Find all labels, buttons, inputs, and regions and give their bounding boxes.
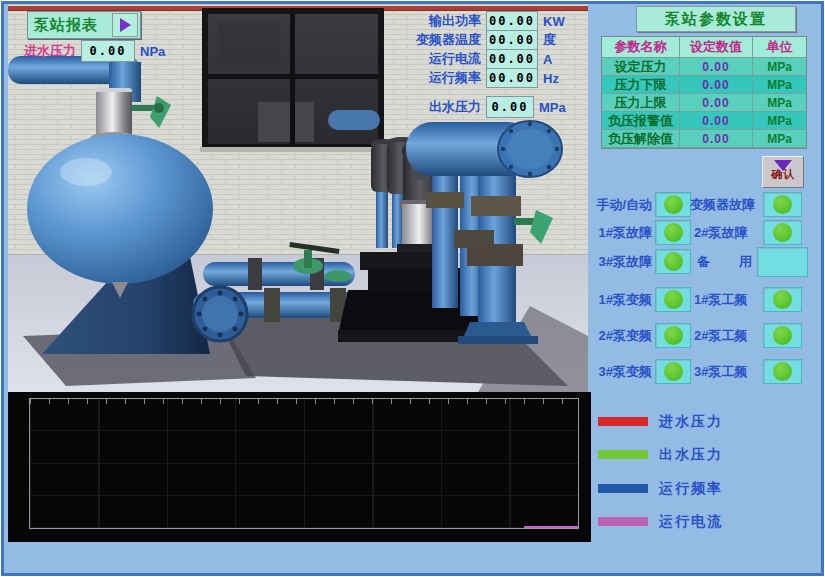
settings-panel-title: 泵站参数设置: [636, 6, 796, 32]
table-row: 压力下限 0.00 MPa: [602, 76, 806, 94]
status-label-pump2-vfd: 2#泵变频: [580, 327, 652, 345]
pressure-tank: [27, 134, 213, 284]
status-lamp-spare: [757, 247, 808, 277]
output-power-field: 输出功率 00.00 KW: [406, 11, 565, 31]
status-lamp-inverter-fault: [763, 192, 802, 217]
status-lamp-pump1-fault: [655, 220, 691, 245]
confirm-button-label: 确认: [771, 167, 795, 182]
legend-swatch-run-current: [598, 517, 648, 526]
param-name: 负压解除值: [602, 130, 680, 148]
param-name: 压力上限: [602, 94, 680, 112]
param-name: 压力下限: [602, 76, 680, 94]
lamp-icon: [664, 252, 683, 271]
table-row: 设定压力 0.00 MPa: [602, 58, 806, 76]
outlet-pressure-unit: MPa: [539, 100, 566, 115]
run-current-unit: A: [543, 52, 552, 67]
run-current-field: 运行电流 00.00 A: [406, 49, 552, 69]
status-lamp-pump2-fault: [763, 220, 802, 245]
output-power-label: 输出功率: [406, 12, 481, 30]
col-unit: 单位: [753, 37, 806, 58]
legend-label-run-current: 运行电流: [659, 513, 723, 531]
status-lamp-pump3-vfd: [655, 359, 691, 384]
run-frequency-label: 运行频率: [406, 69, 481, 87]
run-frequency-field: 运行频率 00.00 Hz: [406, 68, 559, 88]
lamp-icon: [773, 326, 792, 345]
inlet-pressure-unit: NPa: [140, 44, 165, 59]
param-value[interactable]: 0.00: [680, 76, 753, 94]
legend-label-inlet-pressure: 进水压力: [659, 413, 723, 431]
col-set-value: 设定数值: [680, 37, 753, 58]
status-label-pump3-mains: 3#泵工频: [694, 363, 766, 381]
inverter-temp-unit: 度: [543, 31, 556, 49]
output-power-value: 00.00: [486, 11, 538, 31]
status-label-pump3-vfd: 3#泵变频: [580, 363, 652, 381]
inverter-temp-label: 变频器温度: [406, 31, 481, 49]
trend-plot-area: [29, 398, 579, 529]
param-value[interactable]: 0.00: [680, 130, 753, 148]
status-lamp-pump1-mains: [763, 287, 802, 312]
status-lamp-manual-auto: [655, 192, 691, 217]
param-unit: MPa: [753, 112, 806, 130]
inverter-temp-value: 00.00: [486, 30, 538, 50]
status-lamp-pump1-vfd: [655, 287, 691, 312]
status-lamp-pump2-mains: [763, 323, 802, 348]
param-value[interactable]: 0.00: [680, 94, 753, 112]
param-unit: MPa: [753, 94, 806, 112]
status-label-pump1-mains: 1#泵工频: [694, 291, 766, 309]
param-unit: MPa: [753, 130, 806, 148]
run-current-value: 00.00: [486, 49, 538, 69]
output-power-unit: KW: [543, 14, 565, 29]
status-lamp-pump3-fault: [655, 249, 691, 274]
inverter-temp-field: 变频器温度 00.00 度: [406, 30, 556, 50]
status-lamp-pump3-mains: [763, 359, 802, 384]
legend-swatch-run-frequency: [598, 484, 648, 493]
window: [200, 8, 386, 152]
inlet-pressure-field: 进水压力 0.00 NPa: [22, 40, 165, 62]
run-frequency-value: 00.00: [486, 68, 538, 88]
col-param-name: 参数名称: [602, 37, 680, 58]
param-name: 设定压力: [602, 58, 680, 76]
report-button-label: 泵站报表: [28, 16, 112, 35]
status-label-pump2-mains: 2#泵工频: [694, 327, 766, 345]
legend-label-outlet-pressure: 出水压力: [659, 446, 723, 464]
report-button[interactable]: 泵站报表: [27, 11, 141, 39]
param-unit: MPa: [753, 76, 806, 94]
param-value[interactable]: 0.00: [680, 58, 753, 76]
param-name: 负压报警值: [602, 112, 680, 130]
lamp-icon: [773, 290, 792, 309]
lamp-icon: [664, 326, 683, 345]
outlet-pressure-value: 0.00: [486, 96, 534, 118]
run-current-label: 运行电流: [406, 50, 481, 68]
status-label-manual-auto: 手动/自动: [580, 196, 652, 214]
lamp-icon: [664, 290, 683, 309]
table-row: 压力上限 0.00 MPa: [602, 94, 806, 112]
trend-chart: [8, 392, 591, 542]
param-unit: MPa: [753, 58, 806, 76]
table-row: 负压报警值 0.00 MPa: [602, 112, 806, 130]
lamp-icon: [773, 223, 792, 242]
play-icon[interactable]: [112, 13, 138, 37]
settings-table-header: 参数名称 设定数值 单位: [602, 37, 806, 58]
hmi-pump-station-screen: 泵站报表 进水压力 0.00 NPa 输出功率 00.00 KW 变频器温度 0…: [0, 0, 825, 577]
legend-swatch-outlet-pressure: [598, 450, 648, 459]
outlet-pressure-label: 出水压力: [406, 98, 481, 116]
status-lamp-pump2-vfd: [655, 323, 691, 348]
lamp-icon: [664, 195, 683, 214]
param-value[interactable]: 0.00: [680, 112, 753, 130]
settings-table: 参数名称 设定数值 单位 设定压力 0.00 MPa 压力下限 0.00 MPa…: [601, 36, 807, 149]
inlet-pressure-label: 进水压力: [22, 42, 76, 60]
lamp-icon: [664, 362, 683, 381]
table-row: 负压解除值 0.00 MPa: [602, 130, 806, 148]
status-label-pump2-fault: 2#泵故障: [694, 224, 766, 242]
plot-ticks: [30, 399, 578, 404]
legend-label-run-frequency: 运行频率: [659, 480, 723, 498]
lamp-icon: [773, 362, 792, 381]
status-label-pump3-fault: 3#泵故障: [580, 253, 652, 271]
pump-station-3d-view: 泵站报表 进水压力 0.00 NPa 输出功率 00.00 KW 变频器温度 0…: [8, 4, 588, 392]
inlet-pressure-value: 0.00: [81, 40, 135, 62]
confirm-button[interactable]: 确认: [762, 156, 804, 188]
status-label-pump1-fault: 1#泵故障: [580, 224, 652, 242]
run-frequency-unit: Hz: [543, 71, 559, 86]
legend-swatch-inlet-pressure: [598, 417, 648, 426]
run-current-trace: [524, 526, 578, 528]
